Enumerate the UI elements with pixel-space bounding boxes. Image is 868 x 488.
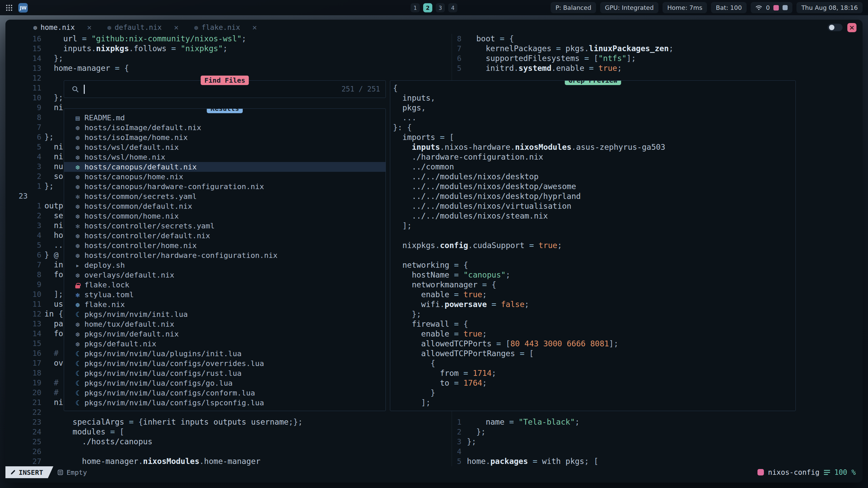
workspace-button-4[interactable]: 4 [448, 3, 457, 12]
code-line: 5home.packages = with pkgs; [ [452, 456, 863, 466]
result-item[interactable]: ❆hosts/wsl/home.nix [64, 152, 386, 162]
telescope-prompt-title: Find Files [201, 76, 249, 85]
wifi-icon[interactable] [755, 5, 762, 11]
tab-close-icon[interactable]: × [252, 23, 257, 32]
nix-file-icon: ❆ [74, 320, 82, 328]
nix-file-icon: ❆ [74, 143, 82, 151]
result-item[interactable]: ❆hosts/isoImage/home.nix [64, 133, 386, 142]
preview-code: { inputs, pkgs, ...}: { imports = [ inpu… [390, 81, 795, 408]
tab-home.nix[interactable]: ❆home.nix× [33, 23, 92, 32]
result-item[interactable]: ❆hosts/controller/home.nix [64, 241, 386, 250]
buffer-icon [57, 469, 63, 475]
result-item[interactable]: ❆hosts/common/home.nix [64, 211, 386, 221]
result-item[interactable]: ❆hosts/canopus/default.nix [64, 162, 386, 172]
telescope-preview-window: Grep Preview { inputs, pkgs, ...}: { imp… [390, 80, 796, 411]
result-item[interactable]: ▤README.md [64, 113, 386, 123]
code-line: ../../modules/nixos/desktop/awesome [393, 182, 795, 191]
result-item[interactable]: ✻stylua.toml [64, 290, 386, 300]
result-item[interactable]: ❆hosts/canopus/home.nix [64, 172, 386, 182]
result-item[interactable]: ▸deploy.sh [64, 260, 386, 270]
workspace-button-1[interactable]: 1 [411, 3, 420, 12]
code-line: ../common [393, 162, 795, 172]
nix-file-icon: ❆ [194, 24, 198, 31]
lua-file-icon: ☾ [74, 399, 82, 407]
status-segments: P: BalancedGPU: IntegratedHome: 7msBat: … [551, 2, 747, 13]
result-item[interactable]: ❆overlays/default.nix [64, 270, 386, 280]
result-item[interactable]: ❆hosts/controller/default.nix [64, 231, 386, 241]
result-filename: hosts/canopus/hardware-configuration.nix [84, 182, 264, 191]
buffer-name: Empty [57, 468, 87, 476]
result-item[interactable]: ☾pkgs/nvim/nvim/lua/configs/overrides.lu… [64, 359, 386, 368]
result-item[interactable]: ❆pkgs/default.nix [64, 339, 386, 349]
app-launcher-icon[interactable] [5, 4, 13, 12]
result-item[interactable]: ✻hosts/common/secrets.yaml [64, 191, 386, 201]
code-line: ]; [393, 221, 795, 231]
line-number: 2 [452, 427, 461, 437]
tab-close-icon[interactable]: × [87, 23, 92, 32]
mode-label: INSERT [19, 468, 43, 476]
line-number: 7 [5, 260, 41, 270]
tab-default.nix[interactable]: ❆default.nix× [107, 23, 178, 32]
lua-file-icon: ☾ [74, 379, 82, 387]
result-item[interactable]: ❆hosts/wsl/default.nix [64, 142, 386, 152]
result-item[interactable]: ❆hosts/common/default.nix [64, 201, 386, 211]
line-number: 10 [5, 93, 41, 103]
line-number: 4 [5, 230, 41, 240]
code-line: ]; [393, 398, 795, 408]
result-item[interactable]: ❆pkgs/nvim/default.nix [64, 329, 386, 339]
result-item[interactable]: ☾pkgs/nvim/nvim/lua/configs/go.lua [64, 378, 386, 388]
code-line: 16 url = "github:nix-community/nixos-wsl… [5, 34, 452, 44]
tray-light-icon[interactable] [783, 5, 788, 10]
code-line: 14 }; [5, 54, 452, 63]
line-number: 1 [5, 181, 41, 191]
result-item[interactable]: flake.lock [64, 280, 386, 290]
code-line: from = 1714; [393, 368, 795, 378]
result-item[interactable]: ☾pkgs/nvim/nvim/lua/configs/conform.lua [64, 388, 386, 398]
result-item[interactable]: ✻hosts/controller/secrets.yaml [64, 221, 386, 231]
line-number: 1 [452, 417, 461, 427]
result-item[interactable]: ❆flake.nix [64, 300, 386, 309]
result-item[interactable]: ❆hosts/isoImage/default.nix [64, 123, 386, 133]
workspace-button-3[interactable]: 3 [436, 3, 445, 12]
telescope-preview-title: Grep Preview [565, 80, 621, 85]
line-number: 13 [5, 319, 41, 329]
result-filename: hosts/wsl/home.nix [84, 153, 165, 161]
tab-close-icon[interactable]: × [174, 23, 179, 32]
workspace-button-2[interactable]: 2 [423, 3, 432, 12]
code-line: networkmanager = { [393, 280, 795, 290]
code-line: 27 home-manager.nixosModules.home-manage… [5, 456, 452, 466]
result-item[interactable]: ☾pkgs/nvim/nvim/lua/plugins/init.lua [64, 349, 386, 359]
topbar-right: P: BalancedGPU: IntegratedHome: 7msBat: … [551, 2, 863, 13]
nix-file-icon: ❆ [74, 212, 82, 220]
line-number: 8 [5, 270, 41, 280]
result-item[interactable]: ☾pkgs/nvim/nvim/init.lua [64, 309, 386, 319]
line-number: 4 [5, 152, 41, 162]
result-item[interactable]: ☾pkgs/nvim/nvim/lua/configs/rust.lua [64, 368, 386, 378]
line-number: 24 [5, 427, 41, 437]
line-number: 21 [5, 398, 41, 407]
logo-badge[interactable]: JW [18, 3, 28, 13]
nix-file-icon: ❆ [74, 202, 82, 210]
tray-pink-icon[interactable] [773, 5, 779, 11]
window-close-button[interactable]: × [847, 23, 856, 32]
code-line: allowedTCPPortRanges = [ [393, 349, 795, 359]
buffer-label: Empty [66, 468, 87, 476]
nix-file-icon: ❆ [74, 124, 82, 132]
code-line: }; [393, 309, 795, 319]
telescope-prompt-window[interactable]: Find Files 251 / 251 [64, 80, 386, 98]
line-number: 16 [5, 348, 41, 358]
code-line: wifi.powersave = false; [393, 300, 795, 309]
code-line: 6 supportedFilesystems = ["ntfs"]; [452, 54, 863, 63]
toggle-switch[interactable] [828, 24, 843, 31]
result-item[interactable]: ❆hosts/controller/hardware-configuration… [64, 250, 386, 260]
result-item[interactable]: ❆hosts/canopus/hardware-configuration.ni… [64, 182, 386, 191]
nix-file-icon: ❆ [74, 153, 82, 161]
code-line: 23 specialArgs = {inherit inputs outputs… [5, 417, 452, 427]
result-item[interactable]: ☾pkgs/nvim/nvim/lua/configs/lspconfig.lu… [64, 398, 386, 408]
code-line: 13 home-manager = { [5, 63, 452, 73]
code-line: 8 boot = { [452, 34, 863, 44]
line-number: 12 [5, 309, 41, 319]
result-item[interactable]: ❆home/tux/default.nix [64, 319, 386, 329]
tab-flake.nix[interactable]: ❆flake.nix× [194, 23, 257, 32]
line-number: 5 [5, 240, 41, 250]
